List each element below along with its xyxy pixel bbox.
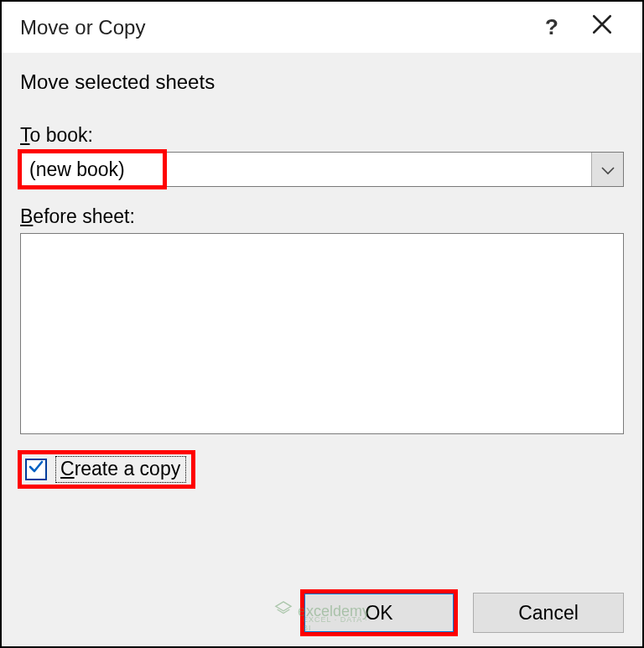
cancel-label: Cancel [518,602,579,625]
cancel-button[interactable]: Cancel [473,593,624,633]
to-book-value: (new book) [21,153,591,186]
checkbox-box [25,459,47,480]
to-book-label: To book: [20,124,624,147]
close-icon [591,13,613,41]
move-or-copy-dialog: Move or Copy ? Move selected sheets To b… [0,0,644,648]
create-copy-label: Create a copy [55,456,186,483]
help-icon: ? [545,14,558,40]
before-sheet-label: Before sheet: [20,205,624,228]
help-button[interactable]: ? [527,3,577,53]
chevron-down-icon [601,158,615,180]
dialog-title: Move or Copy [20,16,527,39]
ok-label: OK [365,602,392,625]
create-copy-checkbox[interactable]: Create a copy [20,453,193,486]
titlebar: Move or Copy ? [2,2,642,54]
to-book-combo[interactable]: (new book) [20,152,624,187]
to-book-dropdown-button[interactable] [591,153,623,186]
ok-button[interactable]: OK [304,593,454,633]
dialog-footer: OK Cancel [304,593,624,633]
check-icon [28,459,44,480]
dialog-body: Move selected sheets To book: (new book)… [2,54,642,646]
before-sheet-listbox[interactable] [20,233,624,434]
close-button[interactable] [577,3,627,53]
intro-text: Move selected sheets [20,70,624,94]
